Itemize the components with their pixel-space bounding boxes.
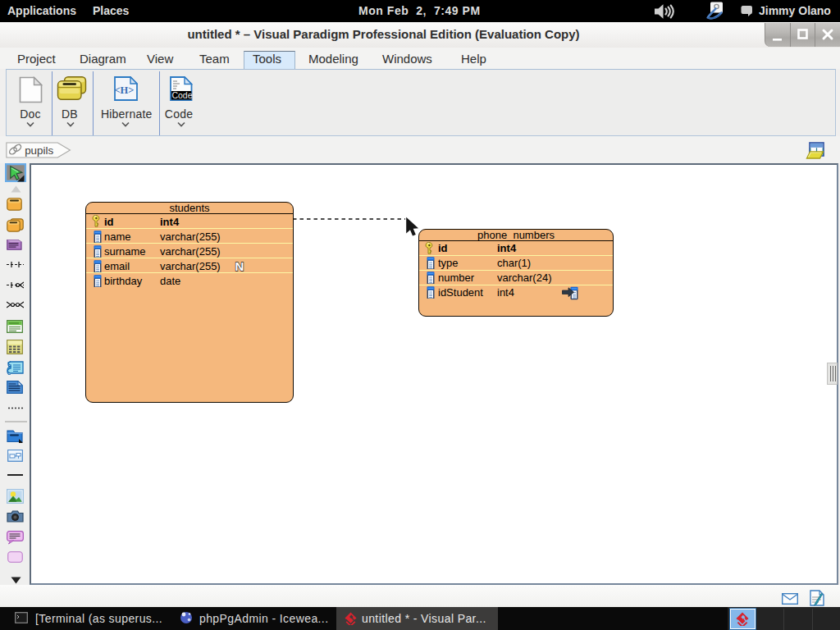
svg-text:Code: Code bbox=[171, 90, 192, 100]
svg-text:<H>: <H> bbox=[115, 84, 135, 96]
svg-text:pupils: pupils bbox=[25, 144, 53, 157]
svg-text:N: N bbox=[235, 259, 244, 272]
